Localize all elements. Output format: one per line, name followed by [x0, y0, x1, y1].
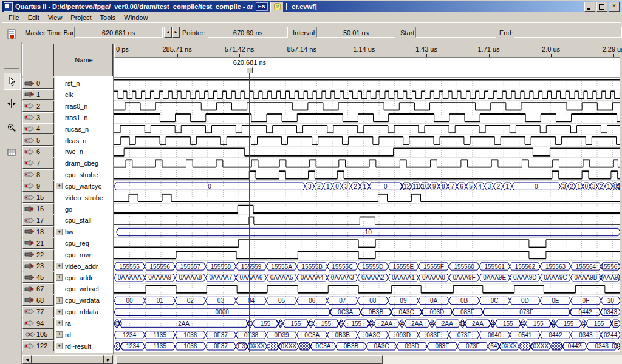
- signal-row-button-cpu_wrdata[interactable]: 68: [22, 295, 54, 306]
- zoom-tool-button[interactable]: [4, 120, 19, 136]
- spin-left-button[interactable]: ◂: [164, 27, 172, 38]
- signal-name-cpu_wrdata[interactable]: cpu_wrdata: [55, 295, 113, 306]
- timeline-tick-label: 1.71 us: [477, 46, 499, 53]
- signal-row-button-cpu_stall[interactable]: 17: [22, 215, 54, 226]
- signal-label: clk: [65, 91, 73, 98]
- signal-row-button-rwe_n[interactable]: 6: [22, 146, 54, 157]
- start-field[interactable]: [415, 27, 496, 38]
- svg-text:0AAAA0: 0AAAA0: [422, 274, 445, 281]
- title-bar[interactable]: Quartus II - D:/d/pentevo/fpga/_ver0.00/…: [2, 1, 621, 12]
- svg-text:0442: 0442: [549, 332, 562, 339]
- signal-row-number: 17: [36, 217, 44, 224]
- output-pin-icon: [24, 308, 35, 315]
- svg-text:2: 2: [317, 183, 321, 190]
- cursor-handle[interactable]: [247, 67, 253, 73]
- waveform-area[interactable]: 0321032101211109876543210321032101101555…: [114, 78, 620, 352]
- signal-row-button-rras0_n[interactable]: 2: [22, 101, 54, 112]
- signal-name-cpu_strobe[interactable]: cpu_strobe: [55, 169, 113, 181]
- time-bar-tool-button[interactable]: [4, 96, 19, 112]
- grid-tool-button[interactable]: [4, 144, 19, 160]
- signal-name-cpu_req[interactable]: cpu_req: [55, 238, 113, 249]
- toolbar-grip[interactable]: [286, 3, 289, 10]
- signal-name-rwe_n[interactable]: rwe_n: [55, 146, 113, 158]
- signal-row-button-bw[interactable]: 18: [22, 226, 54, 237]
- spin-right-button[interactable]: ▸: [172, 27, 180, 38]
- signal-row-button-video_strobe[interactable]: 15: [22, 192, 54, 203]
- signal-row-button-clk[interactable]: 1: [22, 89, 54, 100]
- marker-strip[interactable]: [114, 58, 620, 78]
- signal-row-button-rd[interactable]: 105: [22, 329, 54, 340]
- signal-name-cpu_stall[interactable]: cpu_stall: [55, 215, 113, 226]
- svg-text:155558: 155558: [211, 263, 231, 270]
- svg-text:0C3A: 0C3A: [304, 332, 320, 339]
- close-button[interactable]: ×: [609, 2, 620, 12]
- report-tool-button[interactable]: [4, 27, 19, 42]
- wave-hscrollbar[interactable]: [114, 355, 622, 364]
- help-toolbar[interactable]: ?: [270, 2, 284, 12]
- signal-row-button-dram_cbeg[interactable]: 7: [22, 158, 54, 169]
- signal-row-button-ra[interactable]: 94: [22, 318, 54, 329]
- signal-row-button-rlcas_n[interactable]: 5: [22, 135, 54, 146]
- pointer-label: Pointer:: [182, 29, 205, 36]
- menu-window[interactable]: Window: [120, 13, 152, 22]
- menu-edit[interactable]: Edit: [24, 13, 44, 22]
- end-field[interactable]: [514, 27, 622, 38]
- signal-name-cpu_rddata[interactable]: cpu_rddata: [55, 306, 113, 318]
- signal-name-cpu_addr[interactable]: cpu_addr: [55, 272, 113, 283]
- menu-view[interactable]: View: [44, 13, 67, 22]
- scroll-thumb[interactable]: [32, 355, 104, 364]
- signal-name-rd[interactable]: rd: [55, 329, 113, 340]
- signal-name-clk[interactable]: clk: [55, 89, 113, 101]
- output-pin-icon: [24, 160, 35, 166]
- language-indicator[interactable]: EN: [256, 2, 268, 11]
- master-time-bar-field[interactable]: 620.681 ns: [74, 27, 163, 38]
- signal-name-rras0_n[interactable]: rras0_n: [55, 101, 113, 112]
- signal-name-rd~result[interactable]: rd~result: [55, 340, 113, 352]
- signal-row-button-video_addr[interactable]: 23: [22, 260, 54, 271]
- signal-name-bw[interactable]: bw: [55, 226, 113, 238]
- signal-row-button-cpu_rnw[interactable]: 22: [22, 249, 54, 260]
- signal-row-button-rst_n[interactable]: 0: [22, 78, 54, 89]
- report-icon: [5, 29, 18, 41]
- signal-row-button-cpu_wrbsel[interactable]: 67: [22, 283, 54, 294]
- signal-row-button-cpu_addr[interactable]: 45: [22, 272, 54, 283]
- signal-row-button-rras1_n[interactable]: 3: [22, 112, 54, 123]
- selection-tool-button[interactable]: [4, 73, 21, 90]
- signal-row-button-cpu_strobe[interactable]: 8: [22, 169, 54, 180]
- restore-button[interactable]: [596, 2, 607, 12]
- signal-row-button-cpu_rddata[interactable]: 77: [22, 306, 54, 317]
- menu-tools[interactable]: Tools: [96, 13, 120, 22]
- signal-row-button-rucas_n[interactable]: 4: [22, 123, 54, 134]
- signal-label: video_strobe: [65, 194, 103, 201]
- menu-project[interactable]: Project: [66, 13, 95, 22]
- signal-row-button-cpu_waitcyc[interactable]: 9: [22, 181, 54, 192]
- menu-file[interactable]: File: [4, 13, 24, 22]
- signal-name-video_addr[interactable]: video_addr: [55, 260, 113, 272]
- signal-name-dram_cbeg[interactable]: dram_cbeg: [55, 158, 113, 169]
- help-bubble-icon[interactable]: ?: [274, 3, 281, 10]
- signal-name-rucas_n[interactable]: rucas_n: [55, 123, 113, 135]
- signal-name-rst_n[interactable]: rst_n: [55, 78, 113, 89]
- signal-name-video_strobe[interactable]: video_strobe: [55, 192, 113, 203]
- scroll-right-button[interactable]: ▶: [104, 355, 113, 364]
- signal-row-number: 18: [36, 228, 44, 235]
- signal-name-cpu_rnw[interactable]: cpu_rnw: [55, 249, 113, 261]
- signal-row-button-cpu_req[interactable]: 21: [22, 238, 54, 249]
- signal-name-ra[interactable]: ra: [55, 318, 113, 329]
- signal-name-cpu_waitcyc[interactable]: cpu_waitcyc: [55, 181, 113, 192]
- name-hscrollbar[interactable]: ◀ ▶: [22, 355, 113, 364]
- svg-text:0D: 0D: [521, 297, 529, 304]
- minimize-button[interactable]: [584, 2, 595, 12]
- master-time-bar-cursor[interactable]: [249, 73, 250, 352]
- signal-name-rlcas_n[interactable]: rlcas_n: [55, 135, 113, 146]
- svg-text:0A3C: 0A3C: [399, 309, 414, 315]
- waveform-canvas[interactable]: 0321032101211109876543210321032101101555…: [114, 78, 620, 352]
- timeline-bar[interactable]: 0 ps285.71 ns571.42 ns857.14 ns1.14 us1.…: [114, 44, 620, 58]
- signal-row-button-rd~result[interactable]: 122: [22, 340, 54, 351]
- scroll-thumb[interactable]: [117, 355, 383, 364]
- signal-row-button-go[interactable]: 16: [22, 203, 54, 214]
- signal-name-cpu_wrbsel[interactable]: cpu_wrbsel: [55, 283, 113, 295]
- scroll-left-button[interactable]: ◀: [22, 355, 32, 364]
- signal-name-rras1_n[interactable]: rras1_n: [55, 112, 113, 124]
- signal-name-go[interactable]: go: [55, 203, 113, 215]
